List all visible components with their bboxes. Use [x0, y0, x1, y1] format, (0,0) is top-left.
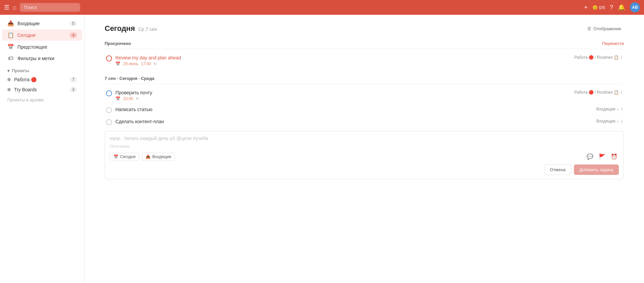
chevron-down-icon: ▾ — [7, 68, 10, 73]
task-right-4: Входящие ⬦ ℹ — [596, 119, 623, 124]
calendar-icon-2: 📅 — [115, 96, 120, 101]
task-checkbox-1[interactable] — [106, 55, 112, 61]
page-header: Сегодня Ср 7 сен ☰ Отображение — [105, 24, 624, 33]
inbox-tag-icon: ⬦ — [616, 107, 619, 111]
main-content: Сегодня Ср 7 сен ☰ Отображение Просрочен… — [85, 15, 644, 283]
work-tag-icon-2: 🔴 — [589, 90, 594, 95]
task-body-3: Написать статью — [115, 107, 593, 113]
task-time-1: 17:00 — [141, 61, 151, 66]
try-boards-dot — [7, 88, 11, 91]
inbox-tag-button[interactable]: 📥 Входящие — [142, 153, 175, 161]
score-icon: 😊 — [592, 5, 598, 10]
routines-tag-icon: 📋 — [614, 55, 619, 60]
info-icon-3: ℹ — [621, 107, 623, 111]
sidebar-upcoming-label: Предстоящее — [17, 44, 77, 50]
today-count: 4 — [70, 33, 77, 38]
menu-icon[interactable]: ☰ — [4, 4, 9, 11]
table-row[interactable]: Проверить почту 📅 10:00 ↻ Работа 🔴 / Rou… — [105, 87, 624, 104]
date-tag-label: Сегодня — [120, 154, 136, 159]
table-row[interactable]: Сделать контент-план Входящие ⬦ ℹ — [105, 116, 624, 128]
help-icon[interactable]: ? — [610, 4, 613, 11]
flag-icon-button[interactable]: 🚩 — [597, 152, 607, 161]
task-body-4: Сделать контент-план — [115, 119, 593, 125]
search-input[interactable] — [20, 3, 80, 12]
task-name-2: Проверить почту — [115, 90, 571, 95]
sidebar-archive[interactable]: Проекты в архиве — [0, 95, 84, 105]
sidebar-item-filters[interactable]: 🏷 Фильтры и метки — [2, 53, 82, 64]
task-right-3: Входящие ⬦ ℹ — [596, 107, 623, 111]
inbox-count: 5 — [70, 21, 77, 26]
today-section: 7 сен · Сегодня · Среда Проверить почту … — [105, 76, 624, 179]
task-project-1: Работа 🔴 / Routines 📋 — [574, 55, 619, 60]
today-icon: 📋 — [7, 32, 14, 38]
table-row[interactable]: Review my day and plan ahead 📅 29 июнь 1… — [105, 52, 624, 69]
routines-tag-icon-2: 📋 — [614, 90, 619, 95]
inbox-tag-icon-2: ⬦ — [616, 119, 619, 124]
task-body-2: Проверить почту 📅 10:00 ↻ — [115, 90, 571, 101]
form-actions: Отмена Добавить задачу — [110, 164, 619, 175]
display-label: Отображение — [593, 26, 621, 31]
task-project-4: Входящие ⬦ — [596, 119, 619, 124]
task-body-1: Review my day and plan ahead 📅 29 июнь 1… — [115, 55, 571, 66]
reminder-icon-button[interactable]: ⏰ — [609, 152, 619, 161]
table-row[interactable]: Написать статью Входящие ⬦ ℹ — [105, 104, 624, 116]
info-icon-4: ℹ — [621, 119, 623, 124]
task-meta-2: 📅 10:00 ↻ — [115, 96, 571, 101]
task-checkbox-2[interactable] — [106, 90, 112, 96]
task-meta-1: 📅 29 июнь 17:00 ↻ — [115, 61, 571, 66]
score-display: 😊 0/5 — [592, 5, 605, 10]
cancel-button[interactable]: Отмена — [544, 164, 571, 175]
sidebar-item-inbox[interactable]: 📥 Входящие 5 — [2, 18, 82, 29]
sidebar: 📥 Входящие 5 📋 Сегодня 4 📅 Предстоящее 🏷… — [0, 15, 85, 283]
task-checkbox-3[interactable] — [106, 107, 112, 113]
comment-icon-button[interactable]: 💬 — [585, 152, 595, 161]
task-name-4: Сделать контент-план — [115, 119, 593, 124]
task-right-1: Работа 🔴 / Routines 📋 ℹ — [574, 55, 623, 60]
task-date-1: 29 июнь — [123, 61, 138, 66]
notification-icon[interactable]: 🔔 — [618, 4, 625, 11]
overdue-section: Просрочено Перенести Review my day and p… — [105, 41, 624, 69]
task-project-2: Работа 🔴 / Routines 📋 — [574, 90, 619, 95]
inbox-tag-label: Входящие — [152, 154, 171, 159]
sidebar-item-upcoming[interactable]: 📅 Предстоящее — [2, 41, 82, 52]
try-boards-label: Try Boards — [14, 87, 66, 92]
page-title-group: Сегодня Ср 7 сен — [105, 24, 157, 33]
sidebar-item-work[interactable]: Работа 🔴 7 — [2, 75, 82, 84]
sidebar-item-today[interactable]: 📋 Сегодня 4 — [2, 30, 82, 41]
add-icon[interactable]: + — [584, 4, 588, 11]
form-toolbar: 📅 Сегодня 📥 Входящие 💬 🚩 ⏰ — [110, 152, 619, 161]
calendar-tag-icon: 📅 — [113, 154, 118, 159]
sidebar-item-try-boards[interactable]: Try Boards 3 — [2, 85, 82, 94]
home-icon[interactable]: ⌂ — [13, 4, 16, 11]
date-tag-button[interactable]: 📅 Сегодня — [110, 153, 139, 161]
task-project-3: Входящие ⬦ — [596, 107, 619, 111]
add-task-button[interactable]: Добавить задачу — [574, 164, 619, 175]
inbox-icon: 📥 — [7, 20, 14, 27]
projects-header-label: Проекты — [12, 68, 29, 73]
repeat-icon-2: ↻ — [136, 96, 139, 101]
task-description-input[interactable] — [110, 144, 619, 149]
filters-icon: 🏷 — [7, 55, 14, 61]
work-label: Работа 🔴 — [14, 77, 66, 82]
task-checkbox-4[interactable] — [106, 119, 112, 125]
work-count: 7 — [70, 77, 77, 82]
upcoming-icon: 📅 — [7, 44, 14, 50]
reschedule-button[interactable]: Перенести — [602, 41, 624, 46]
avatar[interactable]: AB — [630, 2, 640, 12]
task-right-2: Работа 🔴 / Routines 📋 ℹ — [574, 90, 623, 95]
projects-section-header[interactable]: ▾ Проекты — [2, 65, 82, 75]
repeat-icon-1: ↻ — [154, 61, 157, 66]
sidebar-today-label: Сегодня — [17, 33, 66, 38]
task-name-input[interactable] — [110, 136, 619, 141]
sidebar-filters-label: Фильтры и метки — [17, 56, 77, 61]
page-subtitle: Ср 7 сен — [138, 27, 157, 32]
page-title: Сегодня — [105, 24, 135, 33]
display-icon: ☰ — [587, 26, 591, 31]
display-button[interactable]: ☰ Отображение — [585, 25, 624, 33]
work-tag-icon: 🔴 — [589, 55, 594, 60]
topbar: ☰ ⌂ + 😊 0/5 ? 🔔 AB — [0, 0, 644, 15]
overdue-title: Просрочено — [105, 41, 131, 46]
calendar-icon: 📅 — [115, 61, 120, 66]
info-icon-2: ℹ — [621, 90, 623, 95]
info-icon-1: ℹ — [621, 55, 623, 60]
